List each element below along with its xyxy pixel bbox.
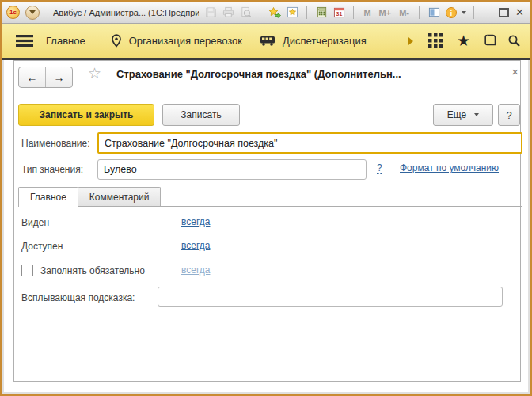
print-preview-icon[interactable] — [238, 6, 253, 20]
calculator-icon[interactable] — [314, 6, 329, 20]
visible-always-link[interactable]: всегда — [181, 216, 210, 227]
type-input[interactable] — [97, 159, 367, 180]
favorites-icon[interactable] — [285, 6, 299, 20]
tab-main[interactable]: Главное — [18, 187, 78, 207]
divider — [473, 6, 474, 19]
memory-subtract-button[interactable]: M- — [397, 8, 412, 17]
calendar-icon[interactable]: 31 — [332, 6, 346, 20]
sections-scroll-right-icon[interactable] — [408, 36, 414, 46]
location-pin-icon — [111, 34, 122, 48]
name-input[interactable] — [97, 132, 522, 154]
divider — [260, 6, 260, 19]
svg-text:i: i — [450, 9, 453, 17]
divider — [306, 6, 307, 19]
print-icon[interactable] — [221, 6, 235, 20]
split-window-icon[interactable] — [427, 6, 441, 20]
info-icon[interactable]: i — [444, 6, 458, 20]
access-always-link[interactable]: всегда — [181, 240, 210, 251]
svg-text:31: 31 — [336, 11, 343, 17]
maximize-icon — [499, 8, 509, 17]
chevron-down-icon — [29, 10, 36, 14]
section-menu-bar: Главное Организация перевозок Диспетчери… — [2, 24, 530, 60]
help-button[interactable]: ? — [498, 104, 520, 126]
visible-row-label: Виден — [21, 217, 49, 228]
section-dispatch[interactable]: Диспетчеризация — [283, 35, 367, 47]
titlebar: 1с Авибус / Администра... (1С:Предприяти… — [2, 2, 530, 24]
tab-comment[interactable]: Комментарий — [78, 187, 162, 206]
close-window-button[interactable]: ✕ — [514, 7, 526, 17]
app-window: 1с Авибус / Администра... (1С:Предприяти… — [0, 0, 532, 396]
tooltip-row-label: Всплывающая подсказка: — [21, 292, 135, 303]
close-form-icon[interactable]: × — [511, 66, 519, 78]
tab-bar: Главное Комментарий — [18, 187, 522, 207]
history-icon[interactable] — [483, 34, 496, 48]
maximize-button[interactable] — [496, 6, 511, 20]
nav-history-group: ← → — [18, 67, 73, 88]
system-menu-button[interactable] — [25, 6, 40, 20]
memory-add-button[interactable]: M+ — [377, 8, 394, 17]
1c-logo-icon: 1с — [6, 6, 20, 19]
save-button[interactable]: Записать — [162, 104, 240, 126]
required-row-label: Заполнять обязательно — [40, 265, 145, 276]
chevron-down-icon — [474, 113, 479, 116]
memory-recall-button[interactable]: M — [361, 8, 373, 17]
form-area: ← → ☆ Страхование "Долгосрочная поездка"… — [2, 60, 530, 394]
info-dropdown-icon[interactable] — [462, 11, 466, 14]
add-favorite-icon[interactable] — [268, 6, 282, 20]
search-icon[interactable] — [507, 34, 521, 48]
all-functions-grid-icon[interactable] — [428, 33, 443, 48]
required-always-link[interactable]: всегда — [181, 265, 210, 276]
divider — [353, 6, 354, 19]
bus-icon — [260, 35, 276, 47]
required-checkbox[interactable] — [21, 265, 33, 276]
more-button[interactable]: Еще — [433, 104, 493, 126]
minimize-button[interactable]: – — [481, 7, 493, 17]
type-field-label: Тип значения: — [21, 164, 83, 175]
default-format-link[interactable]: Формат по умолчанию — [400, 162, 499, 173]
type-help-link[interactable]: ? — [377, 162, 382, 174]
section-main[interactable]: Главное — [46, 35, 86, 47]
hamburger-menu-icon[interactable] — [16, 34, 33, 48]
forward-button[interactable]: → — [45, 67, 72, 87]
favorites-star-icon[interactable]: ★ — [457, 33, 470, 48]
favorite-toggle-icon[interactable]: ☆ — [88, 66, 101, 81]
divider — [419, 6, 420, 19]
name-field-label: Наименование: — [21, 138, 90, 149]
back-button[interactable]: ← — [19, 67, 45, 87]
more-button-label: Еще — [447, 109, 466, 120]
save-and-close-button[interactable]: Записать и закрыть — [18, 104, 154, 126]
divider — [44, 6, 44, 19]
save-icon[interactable] — [203, 6, 218, 20]
section-transport[interactable]: Организация перевозок — [129, 35, 242, 47]
form-title: Страхование "Долгосрочная поездка" (Допо… — [116, 68, 401, 80]
tooltip-input[interactable] — [158, 287, 503, 307]
window-title: Авибус / Администра... (1С:Предприятие) — [53, 8, 199, 17]
access-row-label: Доступен — [21, 241, 63, 252]
titlebar-toolbar: 31 M M+ M- i – ✕ — [203, 6, 526, 20]
